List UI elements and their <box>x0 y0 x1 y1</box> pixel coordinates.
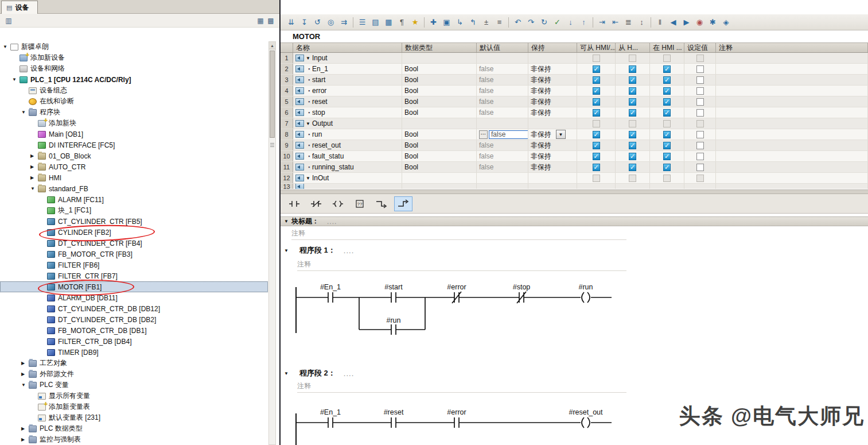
ladder-contact-en1[interactable]: #En_1 <box>320 408 341 428</box>
cell-comment[interactable] <box>716 64 868 74</box>
cell-comment[interactable] <box>716 140 868 150</box>
monitor-icon[interactable]: ◉ <box>694 17 706 28</box>
table-row-section-inout[interactable]: 12 InOut <box>281 173 868 184</box>
block-title-dots[interactable]: .... <box>327 218 337 226</box>
cell-name[interactable]: running_statu <box>293 162 402 172</box>
hmi-visible-checkbox[interactable] <box>663 87 671 95</box>
cell-retain[interactable]: 非保持 <box>528 96 577 107</box>
svg-text:#error[interactable]: #error <box>447 283 466 291</box>
cell-datatype[interactable]: Bool <box>402 96 477 107</box>
tree-item-show-all-tags[interactable]: 显示所有变量 <box>0 390 268 401</box>
upload-icon[interactable]: ↑ <box>578 17 590 28</box>
coil-tool-icon[interactable] <box>329 196 347 211</box>
header-setpoint[interactable]: 设定值 <box>684 43 716 52</box>
network-1-comment-field[interactable]: 注释 <box>297 260 626 271</box>
expander-icon[interactable] <box>21 437 29 442</box>
project-sheets-icon[interactable]: ▥ <box>3 16 14 26</box>
link-icon[interactable]: ✱ <box>707 17 719 28</box>
cell-retain[interactable]: 非保持 <box>528 162 577 172</box>
hmi-writable-checkbox[interactable] <box>629 65 636 73</box>
cell-datatype[interactable]: Bool <box>402 140 477 150</box>
tree-item-ct-cylinder-ctr-db-db12[interactable]: CT_CYLINDER_CTR_DB [DB12] <box>0 303 268 314</box>
hmi-writable-checkbox[interactable] <box>629 87 636 95</box>
cell-name[interactable]: Input <box>293 53 402 63</box>
cell-default[interactable]: false <box>477 162 528 172</box>
table-row-en-1[interactable]: 2 En_1 Bool false 非保持 <box>281 64 868 75</box>
tree-item-default-tag-table[interactable]: 默认变量表 [231] <box>0 412 268 423</box>
cell-datatype[interactable]: Bool <box>402 151 477 161</box>
tree-item-dt-cylinder-ctr-fb4[interactable]: DT_CYLINDER_CTR [FB4] <box>0 238 268 249</box>
tree-item-di-interface-fc5[interactable]: DI INTERFACE [FC5] <box>0 140 268 150</box>
hmi-visible-checkbox[interactable] <box>663 109 671 117</box>
hmi-accessible-checkbox[interactable] <box>593 65 600 73</box>
default-value-more-button[interactable] <box>479 130 488 139</box>
hmi-visible-checkbox[interactable] <box>663 76 671 84</box>
cell-retain[interactable]: 非保持 <box>528 129 577 140</box>
table-row-error[interactable]: 4 error Bool false 非保持 <box>281 86 868 96</box>
tree-item-main-ob1[interactable]: Main [OB1] <box>0 129 268 140</box>
svg-text:#start[interactable]: #start <box>384 283 403 291</box>
table-row-section-input[interactable]: 1 Input <box>281 53 868 64</box>
collapse-members-icon[interactable]: ▤ <box>369 17 382 28</box>
ladder-contact-en1[interactable]: #En_1 <box>320 283 341 303</box>
svg-text:#En_1[interactable]: #En_1 <box>320 283 341 291</box>
pause-icon[interactable]: ‖ <box>654 17 666 28</box>
setpoint-checkbox[interactable] <box>696 109 704 117</box>
hmi-writable-checkbox[interactable] <box>629 153 636 160</box>
tab-devices[interactable]: ▤ 设备 <box>1 1 38 14</box>
cell-name[interactable]: fault_statu <box>293 151 402 161</box>
cell-datatype[interactable]: Bool <box>402 64 477 74</box>
add-row-icon[interactable]: ↧ <box>298 17 310 28</box>
hmi-visible-checkbox[interactable] <box>663 65 671 73</box>
cell-name[interactable]: InOut <box>293 173 402 183</box>
cell-name[interactable]: En_1 <box>293 64 402 74</box>
hmi-accessible-checkbox[interactable] <box>593 98 600 106</box>
consistency-check-icon[interactable]: ✓ <box>551 17 563 28</box>
expander-icon[interactable] <box>3 44 10 49</box>
expander-icon[interactable] <box>21 110 29 115</box>
cell-retain[interactable]: 非保持 <box>528 75 577 85</box>
tree-item-add-new-tag-table[interactable]: 添加新变量表 <box>0 401 268 412</box>
download-icon[interactable]: ↓ <box>565 17 577 28</box>
favorites-icon[interactable]: ★ <box>409 17 421 28</box>
cell-comment[interactable] <box>716 129 868 140</box>
insert-network-icon[interactable]: ✚ <box>427 17 439 28</box>
setpoint-checkbox[interactable] <box>696 131 704 138</box>
expander-icon[interactable] <box>21 426 29 431</box>
table-row-start[interactable]: 3 start Bool false 非保持 <box>281 75 868 86</box>
svg-text:#stop[interactable]: #stop <box>513 283 531 291</box>
table-row-partial[interactable]: 13 <box>281 184 868 189</box>
cell-retain[interactable]: 非保持 <box>528 86 577 96</box>
svg-text:#reset_out[interactable]: #reset_out <box>569 408 603 416</box>
hmi-visible-checkbox[interactable] <box>663 153 671 160</box>
setpoint-checkbox[interactable] <box>696 65 704 73</box>
network-1-header[interactable]: 程序段 1： .... <box>281 245 868 256</box>
copy-snapshot-icon[interactable]: ⇉ <box>338 17 350 28</box>
hmi-accessible-checkbox[interactable] <box>593 153 600 160</box>
ladder-branch[interactable]: #run <box>359 297 425 335</box>
cell-datatype[interactable]: Bool <box>402 129 477 140</box>
hmi-accessible-checkbox[interactable] <box>593 142 600 149</box>
table-row-reset-out[interactable]: 9 reset_out Bool false 非保持 <box>281 140 868 151</box>
svg-text:#run[interactable]: #run <box>386 316 400 324</box>
setpoint-checkbox[interactable] <box>696 98 704 106</box>
cell-name[interactable]: Output <box>293 118 402 129</box>
cell-name[interactable]: reset_out <box>293 140 402 150</box>
hmi-accessible-checkbox[interactable] <box>593 87 600 95</box>
block-comment-field[interactable]: 注释 <box>291 229 626 240</box>
collapse-arrow-icon[interactable] <box>284 219 291 224</box>
tree-item-device-configuration[interactable]: 设备组态 <box>0 85 268 96</box>
cell-retain[interactable]: 非保持 <box>528 64 577 74</box>
cell-comment[interactable] <box>716 162 868 172</box>
header-default[interactable]: 默认值 <box>477 43 528 52</box>
tree-item-cylinder-fb2[interactable]: CYLINDER [FB2] <box>0 227 268 238</box>
cell-name[interactable]: reset <box>293 96 402 107</box>
header-name[interactable]: 名称 <box>293 43 402 52</box>
network-2-comment-field[interactable]: 注释 <box>297 381 626 393</box>
indent-icon[interactable]: ⇥ <box>596 17 608 28</box>
hmi-writable-checkbox[interactable] <box>629 164 636 171</box>
tree-item-watch-and-force-tables[interactable]: 监控与强制表 <box>0 434 268 445</box>
cell-comment[interactable] <box>716 96 868 107</box>
detail-view-icon[interactable]: ▩ <box>266 16 276 26</box>
hmi-writable-checkbox[interactable] <box>629 109 636 117</box>
